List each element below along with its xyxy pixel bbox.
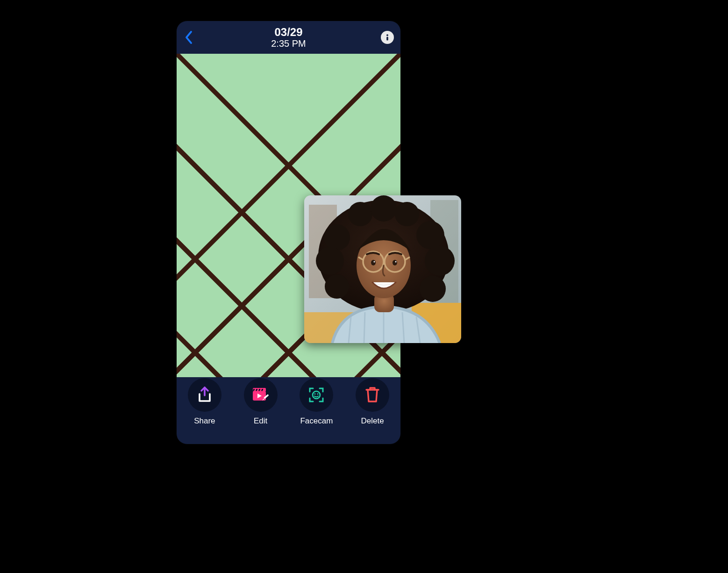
title-block: 03/29 2:35 PM: [271, 26, 306, 50]
share-label: Share: [194, 416, 215, 426]
bottom-toolbar: Share: [177, 377, 400, 444]
edit-button[interactable]: Edit: [233, 378, 289, 426]
svg-point-36: [416, 221, 444, 249]
facecam-thumbnail[interactable]: [304, 195, 461, 343]
svg-point-35: [325, 274, 349, 299]
svg-point-40: [371, 195, 397, 222]
delete-icon: [356, 378, 389, 412]
delete-button[interactable]: Delete: [344, 378, 400, 426]
share-button[interactable]: Share: [177, 378, 233, 426]
svg-point-34: [316, 247, 344, 275]
svg-point-0: [386, 34, 388, 36]
svg-line-43: [364, 312, 365, 343]
svg-point-54: [393, 260, 397, 265]
svg-point-53: [371, 260, 376, 265]
back-button[interactable]: [181, 30, 196, 45]
facecam-button[interactable]: Facecam: [289, 378, 345, 426]
edit-icon: [244, 378, 278, 412]
svg-point-33: [324, 224, 350, 251]
facecam-label: Facecam: [300, 416, 333, 426]
svg-point-39: [348, 202, 372, 226]
share-icon: [188, 378, 221, 412]
svg-point-38: [420, 276, 446, 302]
svg-point-24: [313, 391, 320, 399]
svg-point-56: [395, 261, 397, 263]
delete-label: Delete: [361, 416, 384, 426]
svg-rect-1: [386, 37, 388, 41]
person-photo-illustration: [304, 195, 461, 343]
svg-point-41: [395, 202, 419, 226]
chevron-left-icon: [185, 30, 193, 44]
info-button[interactable]: [381, 31, 394, 44]
svg-point-26: [317, 394, 319, 395]
svg-point-37: [425, 246, 455, 276]
svg-point-55: [374, 261, 375, 263]
header-bar: 03/29 2:35 PM: [177, 21, 400, 54]
facecam-icon: [300, 378, 333, 412]
info-icon: [384, 34, 391, 41]
edit-label: Edit: [254, 416, 267, 426]
title-time: 2:35 PM: [271, 38, 306, 49]
title-date: 03/29: [274, 26, 302, 39]
svg-point-25: [314, 394, 316, 395]
